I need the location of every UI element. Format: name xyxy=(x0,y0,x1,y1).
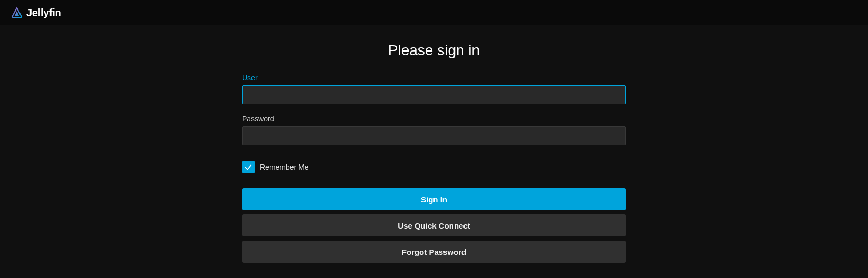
app-header: Jellyfin xyxy=(0,0,868,25)
password-label: Password xyxy=(242,115,626,123)
user-input[interactable] xyxy=(242,85,626,104)
quick-connect-button[interactable]: Use Quick Connect xyxy=(242,214,626,236)
password-input[interactable] xyxy=(242,126,626,145)
jellyfin-logo-icon xyxy=(11,6,23,19)
check-icon xyxy=(244,162,253,172)
remember-label: Remember Me xyxy=(260,163,309,171)
user-field-group: User xyxy=(242,74,626,104)
user-label: User xyxy=(242,74,626,82)
remember-checkbox[interactable] xyxy=(242,161,255,173)
brand-name: Jellyfin xyxy=(26,7,62,19)
brand-logo[interactable]: Jellyfin xyxy=(11,6,62,19)
page-title: Please sign in xyxy=(242,42,626,59)
forgot-password-button[interactable]: Forgot Password xyxy=(242,241,626,263)
signin-button[interactable]: Sign In xyxy=(242,188,626,210)
password-field-group: Password xyxy=(242,115,626,145)
remember-me-row[interactable]: Remember Me xyxy=(242,161,626,173)
login-form: Please sign in User Password Remember Me… xyxy=(242,25,626,263)
